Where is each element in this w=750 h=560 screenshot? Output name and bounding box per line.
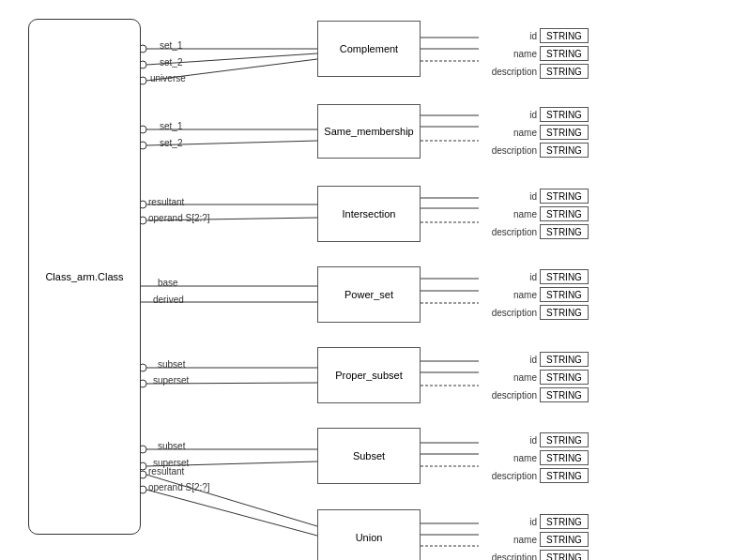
entity-power-set: Power_set [317,266,421,323]
attr-name-label: name [479,535,540,545]
attr-id-label: id [479,191,540,202]
attr-name-value: STRING [540,125,589,140]
entity-union-label: Union [356,532,383,543]
attr-id-label: id [479,31,540,41]
attr-id-value: STRING [540,514,589,529]
main-class-label: Class_arm.Class [45,271,123,282]
attr-name-value: STRING [540,206,589,221]
attr-desc-label: description [479,145,540,156]
conn-label: operand S[2:?] [148,482,210,492]
conn-label: superset [153,375,189,386]
attr-name-value: STRING [540,287,589,302]
conn-label: base [158,278,178,288]
attr-desc-value: STRING [540,468,589,483]
attr-name-label: name [479,453,540,463]
attr-desc-value: STRING [540,387,589,402]
attr-desc-value: STRING [540,143,589,158]
entity-complement-label: Complement [340,43,398,54]
attr-name-value: STRING [540,46,589,61]
attr-name-value: STRING [540,450,589,465]
attr-name-label: name [479,290,540,300]
attr-desc-value: STRING [540,224,589,239]
attr-name-value: STRING [540,370,589,385]
attr-desc-label: description [479,552,540,561]
attr-name-label: name [479,372,540,383]
conn-label: subset [158,441,185,451]
attr-id-value: STRING [540,107,589,122]
attr-desc-label: description [479,67,540,77]
attr-desc-label: description [479,227,540,237]
attr-id-value: STRING [540,269,589,284]
conn-label: resultant [148,466,184,477]
entity-subset: Subset [317,428,421,484]
main-class-box: Class_arm.Class [28,19,141,535]
attr-name-label: name [479,128,540,138]
svg-line-27 [146,490,317,536]
entity-complement: Complement [317,21,421,77]
entity-intersection-label: Intersection [343,208,396,219]
entity-same-membership: Same_membership [317,104,421,159]
attr-id-label: id [479,435,540,446]
entity-power-set-label: Power_set [344,289,393,300]
entity-proper-subset: Proper_subset [317,347,421,403]
attr-desc-label: description [479,308,540,318]
entity-subset-label: Subset [353,450,385,462]
attr-name-value: STRING [540,532,589,547]
conn-label: derived [153,295,184,305]
attr-desc-value: STRING [540,305,589,320]
entity-intersection: Intersection [317,186,421,242]
entity-proper-subset-label: Proper_subset [335,370,403,381]
attr-id-value: STRING [540,352,589,367]
diagram: Class_arm.Class [0,0,750,560]
attr-id-label: id [479,355,540,365]
attr-id-value: STRING [540,189,589,204]
attr-id-label: id [479,110,540,120]
conn-label: set_2 [160,57,182,68]
conn-label: set_2 [160,138,182,148]
attr-desc-label: description [479,471,540,481]
attr-id-value: STRING [540,432,589,447]
attr-desc-value: STRING [540,64,589,79]
entity-union: Union [317,509,421,560]
conn-label: operand S[2:?] [148,213,210,223]
conn-label: resultant [148,197,184,207]
conn-label: set_1 [160,121,182,131]
attr-desc-value: STRING [540,550,589,560]
attr-name-label: name [479,49,540,59]
attr-id-label: id [479,517,540,527]
attr-id-value: STRING [540,28,589,43]
attr-id-label: id [479,272,540,282]
attr-name-label: name [479,209,540,219]
entity-same-membership-label: Same_membership [324,126,413,137]
attr-desc-label: description [479,390,540,401]
conn-label: set_1 [160,40,182,51]
conn-label: universe [150,73,186,83]
conn-label: subset [158,359,185,370]
